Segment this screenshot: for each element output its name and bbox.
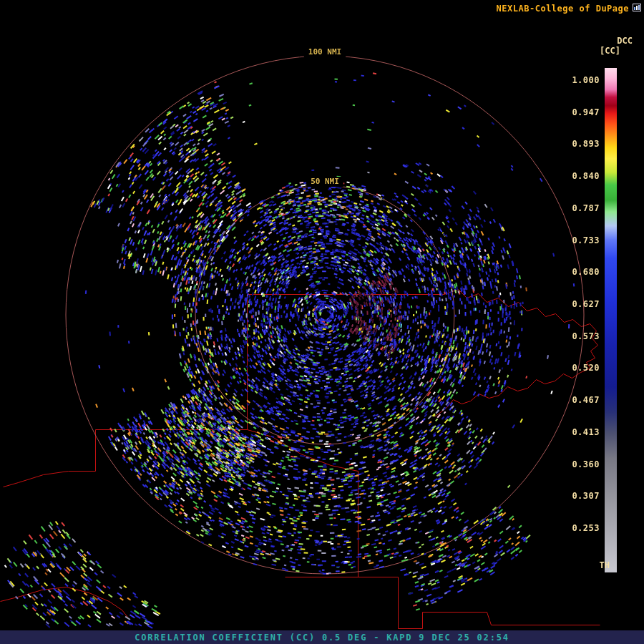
legend-tick: 1.000 — [550, 76, 600, 84]
header-title-row: NEXLAB-College of DuPage — [497, 4, 641, 14]
legend-tick: 0.573 — [550, 332, 600, 341]
legend-tick: 0.733 — [550, 236, 600, 245]
product-status-text: CORRELATION COEFFICIENT (CC) 0.5 DEG - K… — [135, 633, 509, 643]
colorbar — [605, 68, 617, 572]
legend-tick: 0.413 — [550, 428, 600, 436]
radar-map-canvas — [0, 0, 644, 644]
site-logo-icon — [633, 4, 641, 14]
legend-product-label: DCC — [617, 36, 633, 46]
legend-tick: 0.467 — [550, 396, 600, 404]
legend-tick: 0.307 — [550, 492, 600, 500]
site-title: NEXLAB-College of DuPage — [497, 4, 629, 14]
legend-tick: 0.840 — [550, 172, 600, 180]
legend-tick: 0.947 — [550, 108, 600, 117]
legend-tick: 0.627 — [550, 300, 600, 308]
legend-units-label: [CC] — [600, 46, 620, 56]
radar-display-window: NEXLAB-College of DuPage DCC [CC] 1.0000… — [0, 0, 644, 644]
legend-tick: 0.520 — [550, 364, 600, 372]
legend-tick: 0.680 — [550, 268, 600, 276]
legend-tick: 0.360 — [550, 460, 600, 469]
legend-threshold-label: TH — [600, 560, 610, 570]
legend-tick: 0.893 — [550, 140, 600, 148]
status-bar: CORRELATION COEFFICIENT (CC) 0.5 DEG - K… — [0, 630, 644, 644]
legend-tick: 0.787 — [550, 204, 600, 213]
legend-tick: 0.253 — [550, 524, 600, 532]
